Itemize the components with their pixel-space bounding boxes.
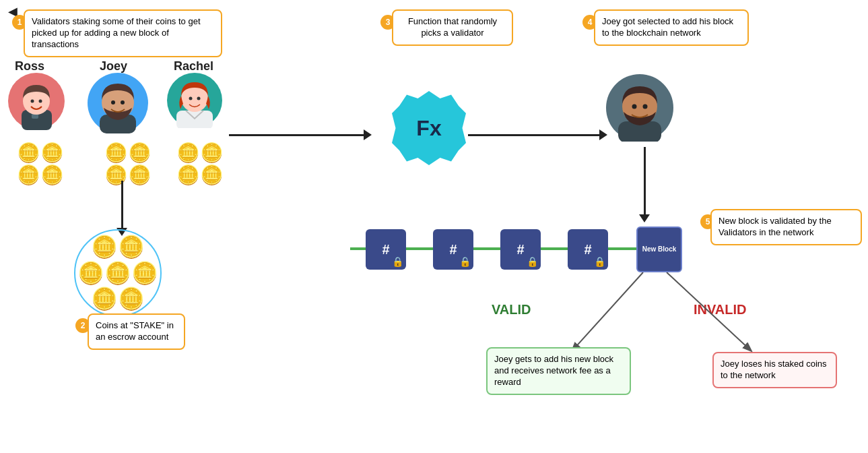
joey-selected-avatar <box>606 74 673 144</box>
valid-outcome: Joey gets to add his new block and recei… <box>486 347 631 395</box>
escrow-oval: 🪙🪙🪙🪙🪙🪙🪙 <box>74 229 162 317</box>
step3-callout: Function that randomly picks a validator <box>392 9 513 46</box>
joey-avatar <box>88 73 148 136</box>
rachel-coins: 🪙🪙🪙🪙 <box>176 142 224 186</box>
joey-coins: 🪙🪙🪙🪙 <box>104 142 152 186</box>
invalid-label: INVALID <box>694 302 747 318</box>
ross-label: Ross <box>15 59 44 73</box>
step1-callout: Validators staking some of their coins t… <box>24 9 222 57</box>
svg-point-9 <box>111 100 115 104</box>
rachel-avatar <box>167 73 222 131</box>
joey-label: Joey <box>100 59 127 73</box>
svg-point-15 <box>197 97 201 100</box>
block-2: # 🔒 <box>433 229 473 270</box>
svg-line-21 <box>572 272 643 351</box>
step2-callout: Coins at "STAKE" in an escrow account <box>88 313 185 350</box>
ross-coins: 🪙🪙🪙🪙 <box>17 142 64 186</box>
svg-point-10 <box>121 100 125 104</box>
svg-point-14 <box>189 97 193 100</box>
svg-point-5 <box>39 100 42 103</box>
validators-to-escrow-arrow <box>116 181 127 236</box>
step5-callout: New block is validated by the Validators… <box>710 209 862 245</box>
fx-to-joey-arrow <box>468 129 607 140</box>
svg-point-19 <box>632 104 637 109</box>
svg-point-4 <box>31 100 34 103</box>
step4-callout: Joey got selected to add his block to th… <box>594 9 749 46</box>
block-1: # 🔒 <box>366 229 406 270</box>
svg-point-20 <box>643 104 648 109</box>
block-3: # 🔒 <box>500 229 541 270</box>
rachel-label: Rachel <box>174 59 213 73</box>
invalid-outcome: Joey loses his staked coins to the netwo… <box>712 352 837 388</box>
validators-to-fx-arrow <box>229 129 372 140</box>
joey-to-blockchain-arrow <box>639 147 650 222</box>
block-4: # 🔒 <box>568 229 608 270</box>
ross-avatar <box>8 73 65 133</box>
valid-label: VALID <box>492 302 531 318</box>
new-block: New Block <box>636 227 682 272</box>
fx-function: Fx <box>392 91 466 165</box>
